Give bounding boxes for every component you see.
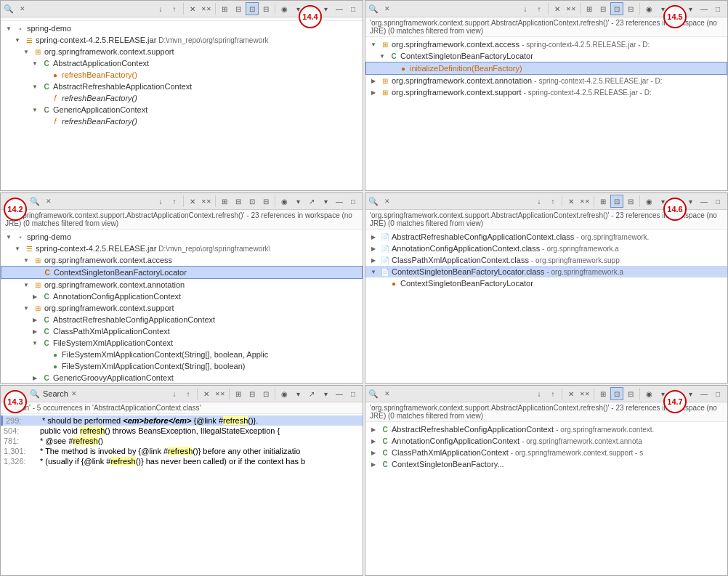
tb-min-2[interactable]: — bbox=[697, 2, 711, 15]
tb-cancelall-4[interactable]: ✕✕ bbox=[578, 195, 591, 208]
tb-filter-1[interactable]: ◉ bbox=[278, 2, 291, 15]
tb-down-7[interactable]: ↓ bbox=[168, 387, 181, 400]
tree-item[interactable]: ▶ 📄 AbstractRefreshableConfigApplication… bbox=[365, 231, 727, 243]
tree-item[interactable]: ▼ ⊞ org.springframework.context.access -… bbox=[365, 38, 727, 50]
tb-group-4[interactable]: ⊟ bbox=[624, 195, 637, 208]
tb-down-1[interactable]: ↓ bbox=[154, 2, 167, 15]
panel-close-7[interactable]: ✕ bbox=[71, 390, 77, 397]
tree-item[interactable]: ▼ ⊞ org.springframework.context.access bbox=[1, 254, 363, 266]
tree-item[interactable]: ▼ ⊞ org.springframework.context.annotati… bbox=[1, 279, 363, 291]
tb-group-1[interactable]: ⊟ bbox=[259, 2, 272, 15]
tree-item[interactable]: ▶ ⊞ org.springframework.context.support … bbox=[365, 86, 727, 98]
tb-filter-7[interactable]: ◉ bbox=[278, 387, 291, 400]
tb-up-2[interactable]: ↑ bbox=[533, 2, 546, 15]
tree-item[interactable]: ▶ C ClassPathXmlApplicationContext - org… bbox=[365, 447, 727, 458]
tb-group-3[interactable]: ⊟ bbox=[259, 195, 272, 208]
tb-pin-3[interactable]: ↗ bbox=[305, 195, 318, 208]
tree-item[interactable]: ▶ 📄 AnnotationConfigApplicationContext.c… bbox=[365, 243, 727, 254]
tree-item-highlighted[interactable]: ● initializeDefinition(BeanFactory) bbox=[365, 62, 727, 75]
tb-cancel-3[interactable]: ✕ bbox=[186, 195, 199, 208]
tb-min-4[interactable]: — bbox=[697, 195, 711, 208]
code-line[interactable]: 504: public void refresh() throws BeansE… bbox=[1, 426, 363, 436]
tb-collapse-3[interactable]: ⊟ bbox=[232, 195, 245, 208]
code-line[interactable]: 1,326: * (usually if {@link #refresh()} … bbox=[1, 456, 363, 466]
tree-item[interactable]: ▼ C FileSystemXmlApplicationContext bbox=[1, 337, 363, 349]
tb-expand-7[interactable]: ⊞ bbox=[232, 387, 245, 400]
tb-collapse-7[interactable]: ⊟ bbox=[246, 387, 259, 400]
tb-cancelall-5[interactable]: ✕✕ bbox=[578, 387, 591, 400]
tree-item[interactable]: ▼ ⊞ org.springframework.context.support bbox=[1, 46, 363, 57]
code-line[interactable]: 1,301: * The method is invoked by {@link… bbox=[1, 446, 363, 456]
tree-item[interactable]: ▶ C GenericGroovyApplicationContext bbox=[1, 372, 363, 383]
tb-up-7[interactable]: ↑ bbox=[182, 387, 195, 400]
tb-max-5[interactable]: □ bbox=[711, 387, 724, 400]
tree-item[interactable]: ▼ C ContextSingletonBeanFactoryLocator bbox=[365, 50, 727, 62]
tree-item-selected[interactable]: ▼ 📄 ContextSingletonBeanFactoryLocator.c… bbox=[365, 266, 727, 277]
tree-item[interactable]: f refreshBeanFactory() bbox=[1, 92, 363, 104]
tb-expand-1[interactable]: ⊞ bbox=[218, 2, 231, 15]
tb-down-4[interactable]: ↓ bbox=[533, 195, 546, 208]
tb-expand-5[interactable]: ⊞ bbox=[596, 387, 610, 400]
tree-item[interactable]: ● refreshBeanFactory() bbox=[1, 69, 363, 81]
tb-menu-3[interactable]: ▾ bbox=[319, 195, 332, 208]
tree-item[interactable]: ▶ C AbstractRefreshableConfigApplication… bbox=[1, 314, 363, 325]
tb-flat-5[interactable]: ⊡ bbox=[610, 387, 623, 400]
tb-filter-4[interactable]: ◉ bbox=[642, 195, 655, 208]
tree-item[interactable]: ▼ C AbstractApplicationContext bbox=[1, 57, 363, 69]
tree-item[interactable]: ▶ 📄 ClassPathXmlApplicationContext.class… bbox=[365, 254, 727, 266]
tb-collapse-2[interactable]: ⊟ bbox=[596, 2, 610, 15]
tb-collapse-1[interactable]: ⊟ bbox=[232, 2, 245, 15]
tb-cancel-5[interactable]: ✕ bbox=[565, 387, 578, 400]
tb-group-2[interactable]: ⊟ bbox=[624, 2, 637, 15]
tree-item[interactable]: ▶ C AnnotationConfigApplicationContext bbox=[1, 291, 363, 302]
tb-max-3[interactable]: □ bbox=[347, 195, 360, 208]
tb-max-1[interactable]: □ bbox=[347, 2, 360, 15]
tb-up-4[interactable]: ↑ bbox=[546, 195, 559, 208]
tb-down-5[interactable]: ↓ bbox=[533, 387, 546, 400]
tree-item[interactable]: ▼ ☰ spring-context-4.2.5.RELEASE.jar D:\… bbox=[1, 243, 363, 254]
panel-close-2[interactable]: ✕ bbox=[384, 5, 390, 12]
tb-cancel-4[interactable]: ✕ bbox=[565, 195, 578, 208]
tb-min-7[interactable]: — bbox=[333, 387, 346, 400]
tree-item[interactable]: ▼ ☰ spring-context-4.2.5.RELEASE.jar D:\… bbox=[1, 34, 363, 46]
tree-item[interactable]: ▶ ⊞ org.springframework.context.annotati… bbox=[365, 75, 727, 86]
tb-filter-5[interactable]: ◉ bbox=[642, 387, 655, 400]
tree-item[interactable]: ▶ C AbstractRefreshableConfigApplication… bbox=[365, 423, 727, 435]
panel-close-1[interactable]: ✕ bbox=[20, 5, 25, 12]
panel-close-4[interactable]: ✕ bbox=[384, 198, 390, 205]
tb-filter-2[interactable]: ◉ bbox=[642, 2, 655, 15]
tree-item[interactable]: ▶ C AnnotationConfigApplicationContext -… bbox=[365, 435, 727, 447]
tb-down-2[interactable]: ↓ bbox=[519, 2, 532, 15]
tb-up-5[interactable]: ↑ bbox=[546, 387, 559, 400]
tb-cancelall-3[interactable]: ✕✕ bbox=[200, 195, 213, 208]
tb-flat-2[interactable]: ⊡ bbox=[610, 2, 623, 15]
panel-close-3[interactable]: ✕ bbox=[46, 198, 52, 205]
tb-group-5[interactable]: ⊟ bbox=[624, 387, 637, 400]
tree-item[interactable]: ▼ C AbstractRefreshableApplicationContex… bbox=[1, 81, 363, 92]
tree-item[interactable]: ▶ C ContextSingletonBeanFactory... bbox=[365, 458, 727, 470]
tb-max-2[interactable]: □ bbox=[711, 2, 724, 15]
tb-pin-7[interactable]: ↗ bbox=[305, 387, 318, 400]
code-line[interactable]: 781: * @see #refresh() bbox=[1, 436, 363, 446]
tb-cancelall-1[interactable]: ✕✕ bbox=[200, 2, 213, 15]
tb-flat-4[interactable]: ⊡ bbox=[610, 195, 623, 208]
tree-item[interactable]: ▶ C ClassPathXmlApplicationContext bbox=[1, 325, 363, 337]
tb-cancel-2[interactable]: ✕ bbox=[551, 2, 564, 15]
tb-min-5[interactable]: — bbox=[697, 387, 711, 400]
tb-flat-7[interactable]: ⊡ bbox=[259, 387, 272, 400]
tb-flat-3[interactable]: ⊡ bbox=[246, 195, 259, 208]
tb-expand-4[interactable]: ⊞ bbox=[596, 195, 610, 208]
tree-item[interactable]: ▼ ⊞ org.springframework.context.support bbox=[1, 302, 363, 314]
tb-filter-3[interactable]: ◉ bbox=[278, 195, 291, 208]
tb-min-3[interactable]: — bbox=[333, 195, 346, 208]
tb-down-3[interactable]: ↓ bbox=[154, 195, 167, 208]
tree-item[interactable]: ● FileSystemXmlApplicationContext(String… bbox=[1, 360, 363, 372]
tb-cancel-1[interactable]: ✕ bbox=[186, 2, 199, 15]
tb-cancelall-7[interactable]: ✕✕ bbox=[214, 387, 227, 400]
panel-close-5[interactable]: ✕ bbox=[384, 390, 390, 397]
tb-cancel-7[interactable]: ✕ bbox=[200, 387, 213, 400]
tree-item[interactable]: ● ContextSingletonBeanFactoryLocator bbox=[365, 277, 727, 289]
tree-item[interactable]: ▼ C GenericApplicationContext bbox=[1, 104, 363, 115]
tree-item[interactable]: ● FileSystemXmlApplicationContext(String… bbox=[1, 349, 363, 360]
tb-min-1[interactable]: — bbox=[333, 2, 346, 15]
